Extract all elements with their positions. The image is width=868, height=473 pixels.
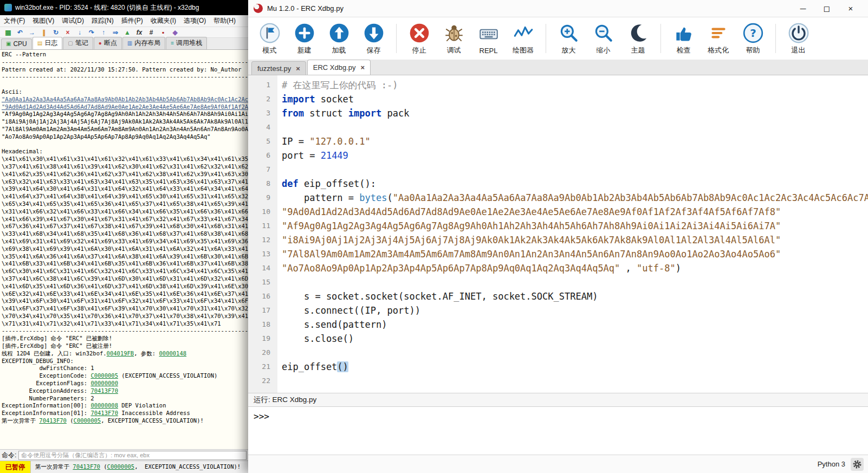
code-line[interactable] bbox=[282, 120, 868, 134]
tab-label: fuzztest.py bbox=[257, 64, 291, 73]
address-link[interactable]: 004019FB bbox=[107, 350, 134, 357]
menu-item[interactable]: 选项(O) bbox=[180, 16, 210, 25]
functions-icon[interactable]: fx bbox=[135, 29, 143, 36]
code-line[interactable]: # 在这里写上你的代码 :-) bbox=[282, 78, 868, 92]
code-line[interactable]: def eip_offset(): bbox=[282, 177, 868, 191]
view-tab[interactable]: ▣CPU bbox=[1, 38, 32, 49]
graph-icon[interactable]: ▦ bbox=[4, 29, 12, 36]
zoom-in-button[interactable]: 放大 bbox=[554, 22, 584, 55]
menu-item[interactable]: 插件(P) bbox=[118, 16, 147, 25]
address-link[interactable]: 70413F70 bbox=[90, 410, 118, 416]
log-line: ExceptionAddress: 70413F70 bbox=[2, 387, 248, 395]
python-runner-pane[interactable]: >>> bbox=[248, 407, 868, 455]
code-line[interactable] bbox=[282, 374, 868, 388]
patch-icon[interactable]: ▲ bbox=[124, 29, 131, 36]
save-button[interactable]: 保存 bbox=[359, 22, 388, 55]
maximize-button[interactable]: ◻ bbox=[815, 4, 839, 14]
memory-map-icon[interactable]: ◆ bbox=[171, 29, 179, 36]
quit-button[interactable]: 退出 bbox=[783, 22, 813, 55]
code-line[interactable]: s.close() bbox=[282, 332, 868, 346]
menu-item[interactable]: 文件(F) bbox=[0, 16, 29, 25]
load-arrow-icon bbox=[328, 22, 351, 44]
debug-button[interactable]: 调试 bbox=[439, 22, 469, 55]
address-link[interactable]: 00000148 bbox=[159, 350, 186, 357]
plotter-button[interactable]: 绘图器 bbox=[508, 22, 538, 55]
code-line[interactable]: import socket bbox=[282, 92, 868, 106]
code-line[interactable]: "i8Ai9Aj0Aj1Aj2Aj3Aj4Aj5Aj6Aj7Aj8Aj9Ak0A… bbox=[282, 233, 868, 247]
code-line[interactable]: "Af9Ag0Ag1Ag2Ag3Ag4Ag5Ag6Ag7Ag8Ag9Ah0Ah1… bbox=[282, 219, 868, 233]
address-link[interactable]: 70413F70 bbox=[90, 387, 118, 394]
text-segment bbox=[282, 164, 287, 175]
code-line[interactable]: s = socket.socket(socket.AF_INET, socket… bbox=[282, 289, 868, 303]
code-line[interactable]: s.connect((IP, port)) bbox=[282, 303, 868, 318]
x32dbg-titlebar[interactable]: win32bof.exe - PID: 3524 - 线程: 4820 (切换自… bbox=[0, 0, 248, 15]
run-to-return-icon[interactable]: ⇒ bbox=[112, 29, 119, 36]
tidy-button[interactable]: 格式化 bbox=[703, 22, 733, 55]
view-tab[interactable]: ≡调用堆栈 bbox=[166, 37, 207, 49]
admin-gear-icon[interactable] bbox=[851, 458, 864, 471]
log-line: ERC --Pattern bbox=[2, 51, 248, 59]
zoom-out-button[interactable]: 缩小 bbox=[588, 22, 618, 55]
mu-titlebar[interactable]: Mu 1.2.0 - ERC Xdbg.py ─ ◻ × bbox=[248, 0, 868, 17]
log-output-pane[interactable]: ERC --Pattern---------------------------… bbox=[0, 50, 248, 449]
menu-item[interactable]: 跟踪(N) bbox=[88, 16, 118, 25]
code-line[interactable] bbox=[282, 275, 868, 289]
menu-item[interactable]: 收藏夹(I) bbox=[147, 16, 180, 25]
code-line[interactable]: s.send(pattern) bbox=[282, 318, 868, 332]
code-line[interactable]: port = 21449 bbox=[282, 148, 868, 163]
menu-item[interactable]: 视图(V) bbox=[29, 16, 58, 25]
code-line[interactable]: "9Ad0Ad1Ad2Ad3Ad4Ad5Ad6Ad7Ad8Ad9Ae0Ae1Ae… bbox=[282, 205, 868, 219]
view-tab[interactable]: ●断点 bbox=[94, 37, 122, 49]
pause-icon[interactable]: ∥ bbox=[40, 29, 48, 36]
close-button[interactable]: × bbox=[839, 4, 863, 14]
address-link[interactable]: 00000000 bbox=[90, 380, 118, 386]
command-input[interactable]: 命令使用逗号分隔（像汇编语言）: mov eax, ebx bbox=[18, 451, 247, 460]
new-button[interactable]: 新建 bbox=[289, 22, 319, 55]
code-line[interactable]: IP = "127.0.0.1" bbox=[282, 134, 868, 148]
minimize-button[interactable]: ─ bbox=[791, 4, 815, 14]
step-over-icon[interactable]: ↷ bbox=[88, 29, 95, 36]
code-line[interactable] bbox=[282, 163, 868, 177]
mode-button[interactable]: 模式 bbox=[255, 22, 284, 55]
address-link[interactable]: 70413F70 bbox=[39, 417, 67, 424]
step-into-icon[interactable]: ↓ bbox=[76, 29, 83, 36]
help-button[interactable]: ? 帮助 bbox=[738, 22, 768, 55]
address-link[interactable]: C0000005 bbox=[90, 372, 118, 379]
code-line[interactable]: "Ao7Ao8Ao9Ap0Ap1Ap2Ap3Ap4Ap5Ap6Ap7Ap8Ap9… bbox=[282, 261, 868, 275]
menu-item[interactable]: 帮助(H) bbox=[210, 16, 239, 25]
editor-tab[interactable]: ERC Xdbg.py× bbox=[307, 60, 371, 75]
step-out-icon[interactable]: ↑ bbox=[100, 29, 107, 36]
code-line[interactable]: eip_offset() bbox=[282, 360, 868, 374]
menu-item[interactable]: 调试(D) bbox=[58, 16, 88, 25]
theme-button[interactable]: 主题 bbox=[623, 22, 653, 55]
breakpoint-icon[interactable]: ▪ bbox=[159, 29, 167, 36]
code-line[interactable]: "7Al8Al9Am0Am1Am2Am3Am4Am5Am6Am7Am8Am9An… bbox=[282, 247, 868, 261]
load-label: 加载 bbox=[332, 46, 346, 55]
tab-close-icon[interactable]: × bbox=[296, 64, 300, 73]
hash-icon[interactable]: # bbox=[147, 29, 155, 36]
view-tab[interactable]: ▤日志 bbox=[33, 37, 62, 49]
text-segment: port = bbox=[282, 150, 321, 161]
address-link[interactable]: 00000008 bbox=[90, 402, 118, 409]
code-editor[interactable]: 12345678910111213141516171819202122 # 在这… bbox=[248, 75, 868, 393]
stop-button[interactable]: 停止 bbox=[404, 22, 434, 55]
view-tab[interactable]: ▥内存布局 bbox=[122, 37, 165, 49]
check-button[interactable]: 检查 bbox=[669, 22, 698, 55]
editor-tab[interactable]: fuzztest.py× bbox=[251, 61, 306, 75]
run-icon[interactable]: → bbox=[28, 29, 36, 36]
undo-icon[interactable]: ↶ bbox=[16, 29, 24, 36]
load-button[interactable]: 加载 bbox=[324, 22, 354, 55]
close-icon[interactable]: × bbox=[64, 29, 72, 36]
code-line[interactable]: from struct import pack bbox=[282, 106, 868, 120]
view-tab[interactable]: ▢笔记 bbox=[63, 37, 93, 49]
restart-icon[interactable]: ↻ bbox=[52, 29, 60, 36]
line-number: 1 bbox=[248, 78, 270, 92]
code-area[interactable]: # 在这里写上你的代码 :-)import socketfrom struct … bbox=[277, 75, 868, 393]
address-link[interactable]: C0000005 bbox=[74, 417, 101, 424]
repl-button[interactable]: REPL bbox=[474, 23, 503, 55]
tab-close-icon[interactable]: × bbox=[361, 63, 365, 72]
code-line[interactable]: pattern = bytes("Aa0Aa1Aa2Aa3Aa4Aa5Aa6Aa… bbox=[282, 191, 868, 205]
code-line[interactable] bbox=[282, 346, 868, 360]
address-link[interactable]: C0000005 bbox=[107, 463, 135, 470]
address-link[interactable]: 70413F70 bbox=[73, 463, 100, 470]
